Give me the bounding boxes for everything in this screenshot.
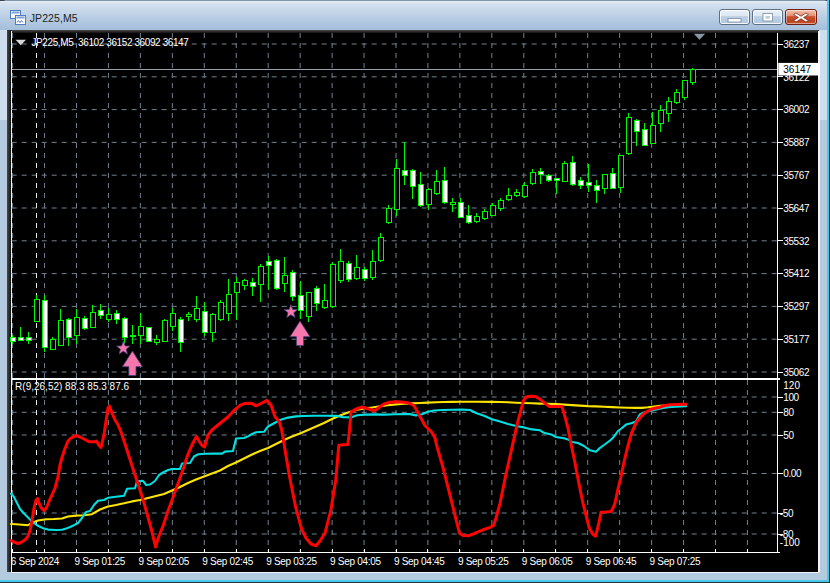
svg-text:35647: 35647 xyxy=(783,203,810,214)
svg-text:9 Sep 02:05: 9 Sep 02:05 xyxy=(138,556,189,567)
svg-text:9 Sep 01:25: 9 Sep 01:25 xyxy=(75,556,126,567)
svg-text:6 Sep 2024: 6 Sep 2024 xyxy=(11,556,60,567)
svg-text:35062: 35062 xyxy=(783,367,810,378)
svg-text:9 Sep 02:45: 9 Sep 02:45 xyxy=(202,556,253,567)
svg-text:9 Sep 04:45: 9 Sep 04:45 xyxy=(394,556,445,567)
svg-text:35767: 35767 xyxy=(783,170,810,181)
svg-text:36147: 36147 xyxy=(783,64,811,75)
svg-text:-100: -100 xyxy=(780,537,800,548)
svg-text:36237: 36237 xyxy=(783,39,810,50)
svg-text:9 Sep 03:25: 9 Sep 03:25 xyxy=(266,556,317,567)
svg-text:9 Sep 06:05: 9 Sep 06:05 xyxy=(522,556,573,567)
svg-text:120: 120 xyxy=(783,380,800,391)
svg-text:R(9,26,52) 88.3 85.3 87.6: R(9,26,52) 88.3 85.3 87.6 xyxy=(15,381,129,392)
svg-text:9 Sep 06:45: 9 Sep 06:45 xyxy=(586,556,637,567)
svg-text:50: 50 xyxy=(783,430,794,441)
svg-text:0.00: 0.00 xyxy=(783,468,802,479)
svg-text:JP225,M5 36102 36152 36092 36: JP225,M5 36102 36152 36092 36147 xyxy=(32,37,190,48)
svg-text:9 Sep 05:25: 9 Sep 05:25 xyxy=(458,556,509,567)
svg-text:9 Sep 04:05: 9 Sep 04:05 xyxy=(330,556,381,567)
svg-text:9 Sep 07:25: 9 Sep 07:25 xyxy=(650,556,701,567)
svg-text:-50: -50 xyxy=(780,508,794,519)
svg-text:35887: 35887 xyxy=(783,137,810,148)
svg-text:100: 100 xyxy=(783,392,799,403)
svg-text:35532: 35532 xyxy=(783,236,810,247)
svg-text:35177: 35177 xyxy=(783,334,810,345)
svg-text:80: 80 xyxy=(783,407,794,418)
svg-text:35412: 35412 xyxy=(783,268,810,279)
svg-text:35297: 35297 xyxy=(783,301,810,312)
svg-text:36002: 36002 xyxy=(783,104,810,115)
